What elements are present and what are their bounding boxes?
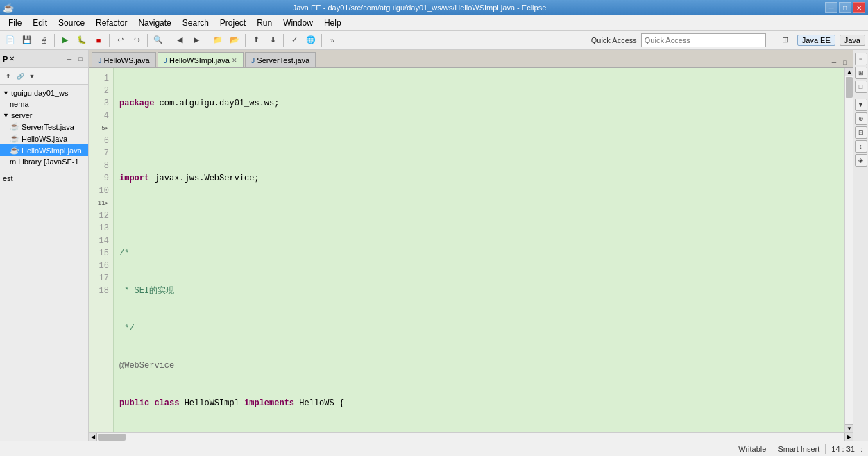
menu-run[interactable]: Run [251,17,278,29]
java-perspective-button[interactable]: Java [840,35,865,46]
tab-minimize-btn[interactable]: ─ [829,58,839,67]
close-sidebar-icon[interactable]: ✕ [9,55,15,62]
open-type-button[interactable]: 📁 [210,33,225,48]
maximize-button[interactable]: □ [839,2,851,13]
menu-file[interactable]: File [3,17,27,29]
rp-icon-2[interactable]: ⊞ [855,67,867,79]
tab1-label: HelloWS.java [104,56,150,65]
rp-icon-3[interactable]: □ [855,81,867,93]
next-annotation[interactable]: ⬇ [265,33,280,48]
sidebar-toolbar: ⬆ 🔗 ▼ [0,68,88,85]
app-icon: ☕ [3,3,14,13]
rp-icon-7[interactable]: ↕ [855,140,867,153]
back-button[interactable]: ◀ [172,33,187,48]
search-btn[interactable]: 🔍 [151,33,166,48]
line-num-15[interactable]: 15 [89,247,113,260]
scroll-up-btn[interactable]: ▲ [845,68,853,76]
sidebar-item-hellowsimpl[interactable]: ☕ HelloWSImpl.java [0,144,88,156]
prev-annotation[interactable]: ⬆ [248,33,264,48]
undo-button[interactable]: ↩ [112,33,128,48]
menu-help[interactable]: Help [318,17,347,29]
menu-source[interactable]: Source [53,17,90,29]
line-num-5[interactable]: 5▸ [89,122,113,135]
open-resource-button[interactable]: 📂 [227,33,242,48]
sidebar-item-bottom[interactable]: est [0,173,88,184]
hscroll-left-btn[interactable]: ◀ [89,433,97,441]
rp-icon-8[interactable]: ◈ [855,154,867,167]
servers-btn[interactable]: 🌐 [303,33,318,48]
menu-navigate[interactable]: Navigate [133,17,176,29]
horizontal-scrollbar[interactable]: ◀ ▶ [89,432,853,441]
package-explorer-tab[interactable]: P [3,55,8,63]
sidebar-minimize[interactable]: ─ [65,54,74,64]
tab2-label: HelloWSImpl.java [169,56,230,65]
more-btn[interactable]: » [325,33,340,48]
debug-button[interactable]: 🐛 [74,33,90,48]
line-num-16[interactable]: 16 [89,260,113,272]
link-with-editor-btn[interactable]: 🔗 [15,71,26,82]
rp-icon-6[interactable]: ⊟ [855,126,867,139]
menu-refactor[interactable]: Refactor [90,17,133,29]
line-num-6[interactable]: 6 [89,135,113,147]
line-num-17[interactable]: 17 [89,272,113,285]
scroll-down-btn[interactable]: ▼ [845,424,853,432]
menu-window[interactable]: Window [278,17,318,29]
redo-button[interactable]: ↪ [129,33,144,48]
rp-icon-5[interactable]: ⊕ [855,112,867,125]
line-num-7[interactable]: 7 [89,147,113,160]
tab-maximize-btn[interactable]: □ [840,58,850,67]
view-menu-btn[interactable]: ▼ [26,71,37,82]
toolbar-sep-5 [207,34,207,47]
stop-button[interactable]: ■ [91,33,106,48]
line-num-12[interactable]: 12 [89,210,113,222]
print-button[interactable]: 🖨 [36,33,51,48]
close-button[interactable]: ✕ [853,2,865,13]
task-btn[interactable]: ✓ [287,33,302,48]
menu-edit[interactable]: Edit [27,17,53,29]
rp-icon-4[interactable]: ▼ [855,99,867,111]
sidebar-item-hellows[interactable]: ☕ HelloWS.java [0,133,88,144]
line-num-14[interactable]: 14 [89,235,113,247]
menu-project[interactable]: Project [214,17,251,29]
sidebar-item-package[interactable]: ▼ tguigu.day01_ws [0,87,88,99]
tab-hellowsimpl[interactable]: J HelloWSImpl.java ✕ [158,52,244,67]
vertical-scrollbar[interactable]: ▲ ▼ [844,68,853,432]
minimize-button[interactable]: ─ [825,2,837,13]
tab2-close-icon[interactable]: ✕ [232,57,237,64]
line-num-8[interactable]: 8 [89,160,113,172]
line-num-4[interactable]: 4 [89,110,113,122]
java-tab-icon-2: J [164,56,168,65]
code-content[interactable]: package com.atguigu.day01_ws.ws; import … [114,68,844,432]
save-button[interactable]: 💾 [19,33,35,48]
sidebar-hellowsimpl-label: HelloWSImpl.java [22,146,82,155]
line-num-1[interactable]: 1 [89,72,113,85]
line-num-18[interactable]: 18 [89,285,113,297]
scroll-thumb[interactable] [846,77,853,98]
line-num-10[interactable]: 10 [89,185,113,197]
line-num-2[interactable]: 2 [89,85,113,97]
line-num-11[interactable]: 11▸ [89,197,113,210]
sidebar-item-servertest[interactable]: ☕ ServerTest.java [0,121,88,133]
toolbar-sep-8 [321,34,322,47]
hscroll-right-btn[interactable]: ▶ [844,433,853,441]
sidebar-item-server[interactable]: ▼ server [0,110,88,121]
sidebar-item-library[interactable]: m Library [JavaSE-1 [0,156,88,167]
tab-hellows[interactable]: J HelloWS.java [92,52,156,67]
sidebar-maximize[interactable]: □ [76,54,85,64]
line-num-13[interactable]: 13 [89,222,113,235]
rp-icon-1[interactable]: ≡ [855,53,867,65]
sidebar-item-schema[interactable]: nema [0,99,88,110]
code-line-3: import javax.jws.WebService; [119,172,839,185]
java-ee-perspective-button[interactable]: Java EE [797,35,835,46]
tab-servertest[interactable]: J ServerTest.java [245,52,316,67]
new-button[interactable]: 📄 [3,33,18,48]
quick-access-input[interactable] [641,33,766,47]
open-perspective-button[interactable]: ⊞ [778,33,793,48]
collapse-all-btn[interactable]: ⬆ [3,71,14,82]
line-num-9[interactable]: 9 [89,172,113,185]
forward-button[interactable]: ▶ [189,33,204,48]
hscroll-thumb[interactable] [98,434,126,441]
menu-search[interactable]: Search [177,17,214,29]
run-button[interactable]: ▶ [58,33,73,48]
line-num-3[interactable]: 3 [89,97,113,110]
